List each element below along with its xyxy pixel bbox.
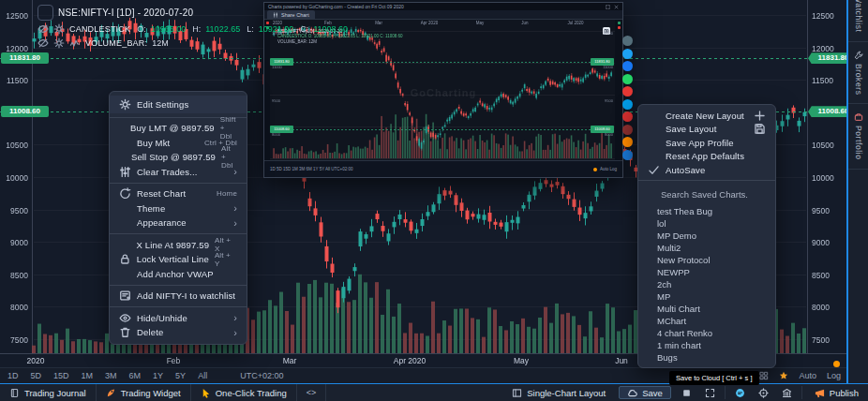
menu-item-clear-trades[interactable]: Clear Trades...› <box>110 165 247 180</box>
single-chart-layout-button[interactable]: Single-Chart Layout <box>502 384 615 401</box>
eye-off-icon[interactable] <box>37 37 49 49</box>
star-icon[interactable] <box>779 371 788 380</box>
timeframe-all[interactable]: All <box>198 371 207 380</box>
trash-icon <box>119 326 131 338</box>
timeframe-1m[interactable]: 1M <box>82 371 94 380</box>
share-youtube-icon[interactable] <box>622 111 633 122</box>
share-reddit-icon[interactable] <box>622 137 633 147</box>
magnifier-icon[interactable] <box>37 5 53 21</box>
layout-icon <box>512 388 522 398</box>
timeframe-5d[interactable]: 5D <box>31 371 42 380</box>
saved-chart-item[interactable]: New Protocol <box>638 254 775 266</box>
floppy-icon <box>754 123 766 135</box>
price-tick: 7500 <box>812 335 830 345</box>
menu-item-autosave[interactable]: AutoSave <box>638 163 775 177</box>
price-tick: 12500 <box>812 11 834 21</box>
preview-price-badge: 11831.80 <box>270 58 293 66</box>
preview-time-label: Jun <box>521 21 528 25</box>
menu-item-appearance[interactable]: Appearance› <box>110 215 247 230</box>
eye-off-icon[interactable] <box>37 23 49 35</box>
timeframe-6m[interactable]: 6M <box>129 371 142 380</box>
log-scale-button[interactable]: Log <box>827 371 841 380</box>
share-whatsapp-icon[interactable] <box>622 74 633 84</box>
trading-journal-button[interactable]: Trading Journal <box>0 384 97 401</box>
tab-watchlist[interactable]: Watchlist <box>848 0 868 42</box>
menu-item-theme[interactable]: Theme› <box>110 201 247 216</box>
fullscreen-button[interactable] <box>698 384 722 401</box>
timeframe-1d[interactable]: 1D <box>7 371 19 380</box>
expand-icon[interactable] <box>606 5 610 9</box>
saved-chart-item[interactable]: MP <box>638 290 775 303</box>
trading-widget-button[interactable]: Trading Widget <box>97 384 191 401</box>
saved-chart-item[interactable]: NEWPP <box>638 266 775 278</box>
tab-brokers[interactable]: Brokers <box>848 42 868 105</box>
saved-chart-item[interactable]: MChart <box>638 315 775 327</box>
menu-item-buy-lmt-9897-59[interactable]: Buy LMT @ 9897.59Shift + Dbl <box>110 121 247 136</box>
gear-icon[interactable] <box>53 37 65 49</box>
saved-chart-item[interactable]: test Thea Bug <box>638 205 775 217</box>
share-linkedin-icon[interactable] <box>622 150 633 160</box>
saved-chart-item[interactable]: MP Demo <box>638 230 775 242</box>
menu-item-reset-app-defaults[interactable]: Reset App Defaults <box>638 150 775 164</box>
close-icon[interactable] <box>614 5 619 9</box>
timeframe-3m[interactable]: 3M <box>105 371 117 380</box>
symbol-title: NSE:NIFTY-I [1D] - 2020-07-20 <box>58 7 193 18</box>
price-tick: 9000 <box>0 238 28 247</box>
price-tick: 7500 <box>0 335 28 345</box>
megaphone-icon <box>815 388 825 398</box>
price-tick: 10500 <box>812 141 834 150</box>
publish-button[interactable]: Publish <box>805 384 868 401</box>
menu-item-x-line-at-9897-59[interactable]: X Line At 9897.59Alt + X <box>110 238 247 253</box>
save-button[interactable]: Save <box>619 386 671 399</box>
cursor-icon <box>201 388 211 398</box>
code-button[interactable]: <> <box>297 384 327 401</box>
menu-item-save-layout[interactable]: Save Layout <box>638 123 775 137</box>
saved-chart-item[interactable]: 4 chart Renko <box>638 327 775 339</box>
menu-item-delete[interactable]: Delete› <box>110 325 247 340</box>
share-twitter-icon[interactable] <box>622 49 633 59</box>
timeframe-1y[interactable]: 1Y <box>153 371 163 380</box>
menu-item-add-nifty-i-to-watchlist[interactable]: Add NIFTY-I to watchlist <box>110 289 247 304</box>
target-button[interactable] <box>752 384 775 401</box>
chat-button[interactable] <box>728 384 752 401</box>
share-facebook-icon[interactable] <box>622 61 633 71</box>
saved-chart-item[interactable]: Multi2 <box>638 242 775 254</box>
open-value: 10965.00 <box>151 24 187 34</box>
price-tick: 10500 <box>0 141 28 150</box>
share-copy-link-icon[interactable] <box>622 36 633 46</box>
gear-icon[interactable] <box>53 23 65 35</box>
saved-chart-item[interactable]: lol <box>638 217 775 230</box>
saved-chart-item[interactable]: Bugs <box>638 351 775 364</box>
share-email-icon[interactable] <box>622 125 633 135</box>
menu-item-hide-unhide[interactable]: Hide/Unhide› <box>110 311 247 326</box>
timeframe-15d[interactable]: 15D <box>53 371 69 380</box>
menu-item-edit-settings[interactable]: Edit Settings <box>110 96 247 113</box>
share-pinterest-icon[interactable] <box>622 86 633 97</box>
screenshot-button[interactable] <box>675 384 698 401</box>
menu-item-lock-vertical-line[interactable]: Lock Vertical LineAlt + Y <box>110 252 247 267</box>
eye-icon <box>119 312 131 324</box>
tab-portfolio[interactable]: Portfolio <box>848 104 868 170</box>
menu-item-save-app-profile[interactable]: Save App Profile <box>638 136 775 150</box>
bank-button[interactable] <box>775 384 799 401</box>
close-value: 11008.60 <box>313 24 348 34</box>
share-telegram-icon[interactable] <box>622 99 633 110</box>
search-saved-charts-input[interactable]: Search Saved Charts. <box>638 185 775 205</box>
price-tick: 11500 <box>0 76 28 85</box>
one-click-trading-button[interactable]: One-Click Trading <box>191 384 297 401</box>
time-axis-label: Apr 2020 <box>394 356 427 365</box>
saved-chart-item[interactable]: 2ch <box>638 278 775 290</box>
auto-scale-button[interactable]: Auto <box>799 371 816 380</box>
watermark: GoCharting <box>411 87 477 98</box>
saved-chart-item[interactable]: 1 min chart <box>638 339 775 351</box>
lock-icon <box>119 253 131 265</box>
menu-item-sell-stop-9897-59[interactable]: Sell Stop @ 9897.59Alt + Dbl <box>110 150 247 165</box>
timeframe-5y[interactable]: 5Y <box>175 371 186 380</box>
menu-item-add-anchor-vwap[interactable]: Add Anchor VWAP <box>110 267 247 282</box>
menu-item-create-new-layout[interactable]: Create New Layout <box>638 109 775 123</box>
grid-settings-icon[interactable] <box>759 371 769 380</box>
saved-chart-item[interactable]: Multi Chart <box>638 303 775 315</box>
wrench-icon <box>854 51 863 60</box>
timezone-button[interactable]: UTC+02:00 <box>240 371 283 380</box>
menu-item-reset-chart[interactable]: Reset ChartHome <box>110 186 247 201</box>
